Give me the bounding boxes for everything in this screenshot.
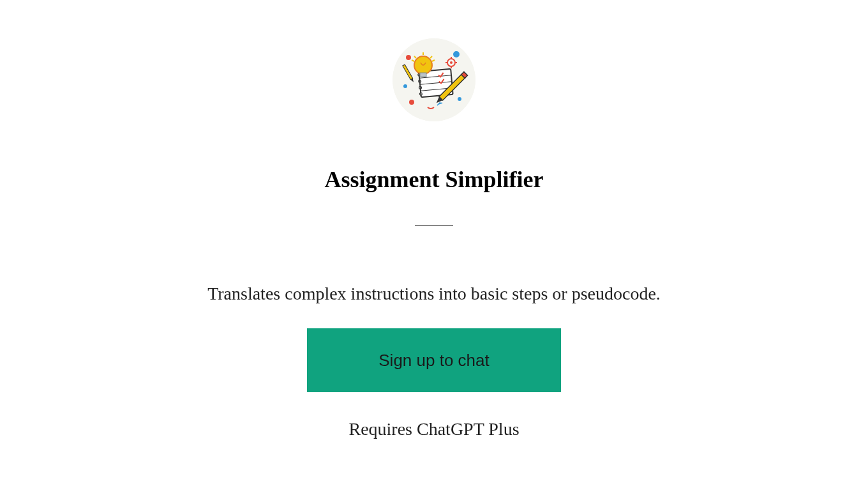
page-title: Assignment Simplifier [324,166,543,193]
svg-point-6 [458,97,461,101]
notebook-lightbulb-icon [393,38,475,121]
svg-point-1 [406,55,411,60]
svg-rect-22 [420,73,426,77]
svg-point-4 [403,84,407,88]
divider [415,225,453,226]
svg-point-5 [409,100,414,105]
svg-point-8 [450,61,453,64]
signup-button[interactable]: Sign up to chat [307,328,561,392]
svg-point-2 [453,51,460,57]
app-logo [393,38,475,121]
requirement-text: Requires ChatGPT Plus [348,419,519,439]
app-description: Translates complex instructions into bas… [207,284,661,304]
